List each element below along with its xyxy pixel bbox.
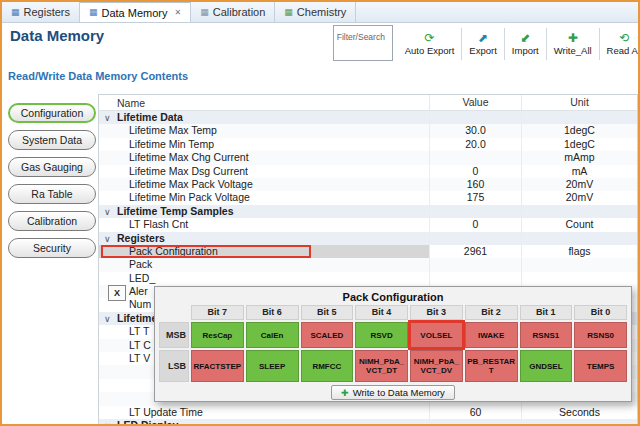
toolbar-button-label: Auto Export [405, 45, 455, 56]
cell-value [429, 151, 521, 164]
bit-cell-sleep[interactable]: SLEEP [246, 350, 299, 382]
table-row-lt-update-time[interactable]: LT Update Time60Seconds [99, 406, 637, 419]
table-row-lifetime-max-temp[interactable]: Lifetime Max Temp30.01degC [99, 124, 637, 137]
cell-name: LED_ [99, 272, 429, 285]
column-header-unit: Unit [521, 95, 637, 110]
filter-search-input[interactable] [334, 30, 392, 44]
bit-grid: Bit 7Bit 6Bit 5Bit 4Bit 3Bit 2Bit 1Bit 0… [155, 305, 631, 382]
toolbar-separator [504, 28, 505, 60]
bit-cell-scaled[interactable]: SCALED [301, 322, 354, 348]
cell-value: 30.0 [429, 124, 521, 137]
bit-header-bit-6: Bit 6 [246, 305, 299, 320]
table-row-lifetime-min-temp[interactable]: Lifetime Min Temp20.01degC [99, 138, 637, 151]
bit-cell-rsvd[interactable]: RSVD [355, 322, 408, 348]
sidebar-item-security[interactable]: Security [8, 238, 96, 258]
tab-calibration[interactable]: ▦Calibration [191, 2, 275, 22]
tab-close-icon[interactable]: ✕ [175, 8, 182, 17]
toolbar-separator [461, 28, 462, 60]
cell-name: Lifetime Max Temp [99, 124, 429, 137]
cell-name: Pack Configuration [99, 245, 429, 258]
read-all-icon: ⟲ [619, 32, 629, 44]
bit-cell-rfactstep[interactable]: RFACTSTEP [191, 350, 244, 382]
filter-search-box[interactable] [333, 25, 393, 61]
section-row-lifetime-temp-samples[interactable]: ∨Lifetime Temp Samples [99, 205, 637, 218]
tab-registers[interactable]: ▦Registers [2, 2, 80, 22]
write-all-button[interactable]: ✚Write_All [548, 23, 598, 65]
registers-icon: ▦ [11, 8, 20, 17]
import-icon: ⬋ [520, 32, 530, 44]
sidebar-item-calibration[interactable]: Calibration [8, 211, 96, 231]
tab-label: Chemistry [297, 6, 347, 18]
cell-unit [521, 258, 637, 271]
auto-export-button[interactable]: ⟳Auto Export [399, 23, 461, 65]
cell-name: ∨Registers [99, 232, 429, 245]
table-row-lifetime-min-pack-voltage[interactable]: Lifetime Min Pack Voltage17520mV [99, 191, 637, 204]
table-row-lifetime-max-chg-current[interactable]: Lifetime Max Chg CurrentmAmp [99, 151, 637, 164]
bit-cell-pb-restart[interactable]: PB_RESTART [465, 350, 518, 382]
sidebar-item-gas-gauging[interactable]: Gas Gauging [8, 157, 96, 177]
cell-unit: 20mV [521, 178, 637, 191]
read-all-button[interactable]: ⟲Read All [601, 23, 640, 65]
table-row-pack-configuration[interactable]: Pack Configuration2961flags [99, 245, 637, 258]
table-row-lifetime-max-dsg-current[interactable]: Lifetime Max Dsg Current0mA [99, 165, 637, 178]
table-row-lt-flash-cnt[interactable]: LT Flash Cnt0Count [99, 218, 637, 231]
bit-cell-rsns0[interactable]: RSNS0 [574, 322, 627, 348]
bit-cell-rsns1[interactable]: RSNS1 [520, 322, 573, 348]
table-row-led[interactable]: LED_ [99, 272, 637, 285]
chevron-down-icon: ∨ [104, 206, 117, 218]
page-title: Data Memory [10, 27, 104, 44]
cell-value: 160 [429, 178, 521, 191]
popup-close-button[interactable]: X [108, 285, 126, 301]
tab-data-memory[interactable]: ▦Data Memory✕ [80, 2, 191, 22]
cell-name: Lifetime Max Chg Current [99, 151, 429, 164]
import-button[interactable]: ⬋Import [506, 23, 545, 65]
section-row-lifetime-data[interactable]: ∨Lifetime Data [99, 111, 637, 124]
bit-cell-volsel[interactable]: VOLSEL [410, 322, 463, 348]
toolbar-separator [599, 28, 600, 60]
bit-cell-rescap[interactable]: ResCap [191, 322, 244, 348]
table-row-lifetime-max-pack-voltage[interactable]: Lifetime Max Pack Voltage16020mV [99, 178, 637, 191]
calibration-icon: ▦ [200, 8, 209, 17]
sidebar-item-ra-table[interactable]: Ra Table [8, 184, 96, 204]
sidebar-item-system-data[interactable]: System Data [8, 130, 96, 150]
chevron-down-icon: ∨ [104, 420, 117, 426]
write-to-data-memory-button[interactable]: ✚ Write to Data Memory [331, 385, 455, 400]
tab-bar: ▦Registers▦Data Memory✕▦Calibration▦Chem… [2, 2, 638, 23]
bit-cell-rmfcc[interactable]: RMFCC [301, 350, 354, 382]
cell-value [429, 419, 521, 426]
table-header: Name Value Unit [99, 95, 637, 111]
toolbar-button-label: Read All [607, 45, 640, 56]
cell-name: Lifetime Max Pack Voltage [99, 178, 429, 191]
cell-unit: 1degC [521, 124, 637, 137]
bit-cell-temps[interactable]: TEMPS [574, 350, 627, 382]
cell-value [429, 272, 521, 285]
cell-unit: mA [521, 165, 637, 178]
tab-chemistry[interactable]: ▦Chemistry [275, 2, 356, 22]
subheader-title: Read/Write Data Memory Contents [8, 70, 188, 82]
cell-name: Lifetime Min Pack Voltage [99, 191, 429, 204]
toolbar-button-label: Export [469, 45, 496, 56]
bit-cell-nimh-pba-vct-dv[interactable]: NiMH_PbA_VCT_DV [410, 350, 463, 382]
sidebar-item-configuration[interactable]: Configuration [8, 103, 96, 123]
section-row-led-display[interactable]: ∨LED Display [99, 419, 637, 426]
bit-cell-gndsel[interactable]: GNDSEL [520, 350, 573, 382]
data-memory-icon: ▦ [89, 8, 98, 17]
column-header-value: Value [429, 95, 521, 110]
cell-unit [521, 111, 637, 124]
cell-value [429, 258, 521, 271]
auto-export-icon: ⟳ [425, 32, 435, 44]
toolbar-separator [546, 28, 547, 60]
export-button[interactable]: ⬈Export [463, 23, 502, 65]
bit-cell-iwake[interactable]: IWAKE [465, 322, 518, 348]
cell-unit [521, 272, 637, 285]
cell-value: 0 [429, 218, 521, 231]
table-row-pack[interactable]: Pack [99, 258, 637, 271]
bit-cell-nimh-pba-vct-dt[interactable]: NiMH_PbA_VCT_DT [355, 350, 408, 382]
bit-header-bit-1: Bit 1 [520, 305, 573, 320]
section-row-registers[interactable]: ∨Registers [99, 232, 637, 245]
byte-label-msb: MSB [159, 322, 189, 348]
bit-cell-calen[interactable]: CalEn [246, 322, 299, 348]
cell-unit: flags [521, 245, 637, 258]
toolbar-button-label: Import [512, 45, 539, 56]
cell-name: Pack [99, 258, 429, 271]
